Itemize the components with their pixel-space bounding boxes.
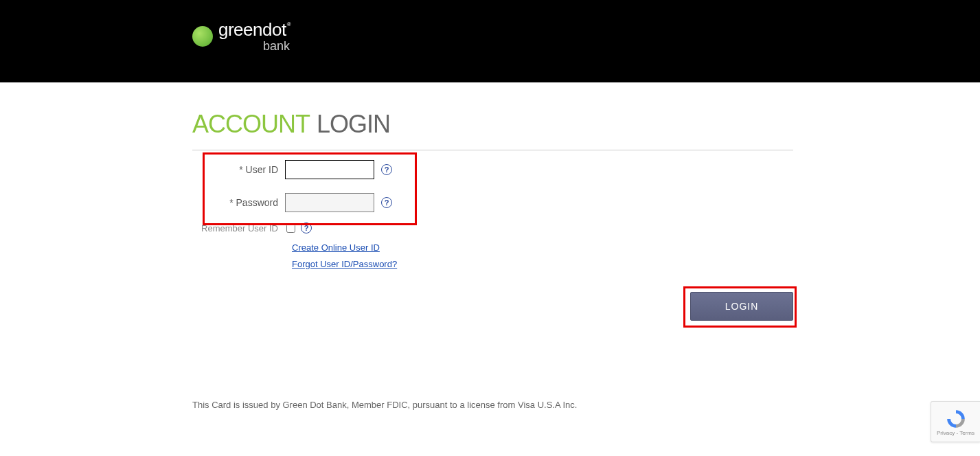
links-row: Create Online User ID Forgot User ID/Pas… bbox=[292, 241, 793, 270]
brand-logo[interactable]: greendot® bank bbox=[192, 19, 290, 54]
login-button-wrap: LOGIN bbox=[192, 292, 793, 321]
page-title: ACCOUNT LOGIN bbox=[192, 110, 793, 139]
login-form: * User ID ? * Password ? Remember User I… bbox=[192, 153, 793, 321]
password-row: * Password ? bbox=[192, 186, 793, 219]
login-button[interactable]: LOGIN bbox=[690, 292, 793, 321]
help-icon-remember[interactable]: ? bbox=[301, 223, 312, 233]
help-icon-password[interactable]: ? bbox=[381, 197, 392, 208]
title-divider bbox=[192, 150, 793, 150]
brand-name: greendot bbox=[218, 19, 286, 40]
forgot-link[interactable]: Forgot User ID/Password? bbox=[292, 259, 397, 269]
page-title-login: LOGIN bbox=[317, 110, 390, 138]
create-user-id-link[interactable]: Create Online User ID bbox=[292, 242, 380, 253]
remember-checkbox[interactable] bbox=[286, 224, 295, 233]
user-id-input[interactable] bbox=[285, 160, 374, 179]
recaptcha-icon bbox=[945, 408, 967, 411]
password-input[interactable] bbox=[285, 193, 374, 212]
remember-label: Remember User ID bbox=[192, 223, 285, 233]
recaptcha-badge[interactable]: Privacy - Terms bbox=[931, 401, 980, 410]
footer-disclaimer: This Card is issued by Green Dot Bank, M… bbox=[192, 400, 793, 410]
page-title-account: ACCOUNT bbox=[192, 110, 310, 138]
registered-mark: ® bbox=[287, 21, 290, 27]
main-container: ACCOUNT LOGIN * User ID ? * Password ? R… bbox=[192, 82, 793, 410]
user-id-label: * User ID bbox=[192, 164, 285, 175]
help-icon-user-id[interactable]: ? bbox=[381, 164, 392, 175]
header-bar: greendot® bank bbox=[0, 0, 980, 82]
brand-sub: bank bbox=[218, 39, 290, 54]
user-id-row: * User ID ? bbox=[192, 153, 793, 186]
greendot-dot-icon bbox=[192, 26, 213, 47]
brand-logo-text: greendot® bank bbox=[218, 19, 290, 54]
password-label: * Password bbox=[192, 197, 285, 208]
remember-row: Remember User ID ? bbox=[192, 219, 793, 237]
